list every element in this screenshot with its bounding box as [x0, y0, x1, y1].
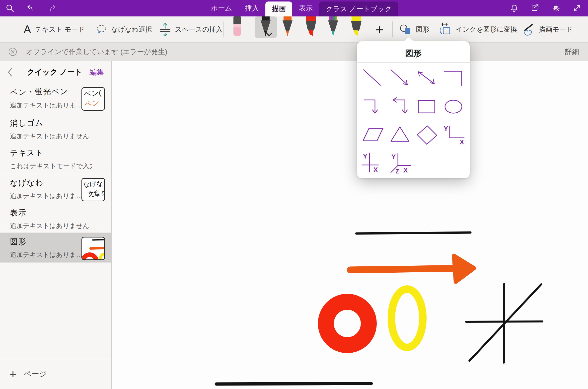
ink-to-shape-button[interactable]: インクを図形に変換 [438, 16, 517, 42]
shapes-button[interactable]: 図形 [399, 16, 429, 42]
plus-icon: + [9, 367, 16, 381]
page-thumbnail [81, 237, 105, 260]
svg-text:文章を: 文章を [87, 189, 104, 198]
tab-view[interactable]: 表示 [292, 0, 319, 16]
page-subtitle: これはテキストモードで入力し… [10, 162, 92, 170]
eraser-tool[interactable] [230, 16, 244, 38]
pen-galaxy-tool[interactable] [326, 16, 340, 38]
svg-text:Y: Y [363, 153, 367, 160]
banner-details-button[interactable]: 詳細 [565, 47, 579, 57]
highlighter-yellow-tool[interactable] [349, 16, 363, 38]
insert-space-label: スペースの挿入 [175, 25, 223, 34]
note-canvas[interactable] [112, 61, 588, 389]
lasso-label: なげなわ選択 [111, 25, 152, 34]
draw-mode-button[interactable]: 描画モード [521, 16, 573, 42]
topbar-right-icons [510, 0, 582, 16]
svg-text:X: X [373, 166, 378, 173]
pages-sidebar: クイック ノート 編集 ペン・蛍光ペン 追加テキストはありま… ペン( ペン 消… [0, 61, 112, 389]
page-subtitle: 追加テキストはありま… [10, 101, 92, 110]
settings-icon[interactable] [552, 4, 561, 13]
svg-text:ペン(: ペン( [83, 88, 102, 98]
shape-axis-xyz[interactable]: Y X Z [386, 149, 413, 177]
shapes-popup: 図形 [357, 41, 470, 178]
page-item-pen-highlighter[interactable]: ペン・蛍光ペン 追加テキストはありま… ペン( ペン [0, 83, 111, 114]
back-chevron-icon[interactable] [7, 68, 12, 77]
insert-space-icon [159, 22, 171, 37]
shape-arrow-diagonal[interactable] [386, 64, 413, 92]
svg-text:X: X [403, 166, 408, 174]
shape-cell-empty [440, 149, 467, 177]
page-item-eraser[interactable]: 消しゴム 追加テキストはありません [0, 114, 111, 144]
add-page-label: ページ [24, 369, 47, 379]
error-circle-x-icon [8, 47, 17, 57]
svg-text:ペン: ペン [84, 98, 100, 108]
sidebar-header: クイック ノート 編集 [0, 61, 111, 83]
shape-diamond[interactable] [413, 120, 440, 149]
page-item-view[interactable]: 表示 追加テキストはありません [0, 204, 111, 233]
fullscreen-icon[interactable] [573, 4, 582, 13]
text-mode-icon: A [24, 23, 31, 36]
shapes-label: 図形 [416, 25, 429, 34]
shape-cell-empty [413, 149, 440, 177]
tab-home[interactable]: ホーム [204, 0, 238, 16]
offline-message: オフラインで作業しています (エラーが発生) [26, 47, 167, 57]
tab-class-notebook[interactable]: クラス ノートブック [319, 1, 398, 16]
svg-text:Y: Y [391, 153, 396, 160]
ink-to-shape-icon [438, 22, 452, 36]
shape-elbow-arrow-left-down[interactable] [386, 92, 413, 121]
pen-options-chevron-down-icon[interactable] [266, 32, 273, 37]
shape-axis-xy[interactable]: Y X [440, 120, 467, 149]
svg-text:Y: Y [444, 125, 448, 132]
svg-text:Z: Z [395, 167, 399, 174]
insert-space-button[interactable]: スペースの挿入 [159, 16, 223, 42]
shape-arrow-double-diagonal[interactable] [413, 64, 440, 92]
tab-insert[interactable]: 挿入 [238, 0, 265, 16]
text-mode-button[interactable]: A テキスト モード [24, 16, 85, 42]
shape-parallelogram[interactable] [360, 120, 386, 149]
pen-orange-tool[interactable] [281, 16, 294, 38]
ink-to-shape-label: インクを図形に変換 [456, 25, 517, 34]
highlighter-red-tool[interactable] [304, 16, 318, 38]
page-title: 消しゴム [10, 116, 112, 129]
edit-button[interactable]: 編集 [89, 67, 104, 77]
page-item-shapes[interactable]: 図形 追加テキストはありま… [0, 233, 111, 263]
redo-icon[interactable] [47, 4, 56, 13]
svg-text:なげな: なげな [83, 180, 103, 188]
popup-title: 図形 [357, 41, 470, 59]
svg-text:X: X [460, 138, 464, 146]
offline-banner: オフラインで作業しています (エラーが発生) 詳細 [0, 42, 588, 61]
page-item-lasso[interactable]: なげなわ 追加テキストはありま… なげな 文章を [0, 174, 111, 204]
top-app-bar: ホーム 挿入 描画 表示 クラス ノートブック [0, 0, 588, 16]
page-thumbnail: なげな 文章を [81, 178, 105, 201]
page-title: テキスト [10, 146, 112, 158]
topbar-left-icons [5, 0, 56, 16]
undo-icon[interactable] [26, 4, 35, 13]
shape-line-diagonal[interactable] [360, 64, 386, 92]
page-item-text[interactable]: テキスト これはテキストモードで入力し… [0, 144, 111, 174]
draw-mode-label: 描画モード [539, 25, 573, 34]
page-subtitle: 追加テキストはありま… [10, 192, 92, 200]
shape-elbow-arrow-down[interactable] [360, 92, 386, 121]
search-icon[interactable] [5, 4, 14, 13]
share-icon[interactable] [531, 4, 540, 13]
page-thumbnail: ペン( ペン [81, 87, 105, 111]
page-title: 表示 [10, 206, 112, 218]
lasso-select-button[interactable]: なげなわ選択 [96, 16, 152, 42]
shape-rectangle[interactable] [413, 92, 440, 121]
shape-ellipse[interactable] [440, 92, 467, 121]
add-pen-button[interactable]: + [373, 19, 387, 40]
shapes-icon [399, 23, 412, 35]
page-subtitle: 追加テキストはありま… [10, 250, 92, 259]
shape-elbow-corner[interactable] [440, 64, 467, 92]
shape-axis-xy-cross[interactable]: Y X [360, 149, 386, 177]
shape-grid: Y X Y X Y X Z [360, 64, 467, 176]
notifications-icon[interactable] [510, 4, 519, 13]
draw-ribbon: A テキスト モード なげなわ選択 スペースの挿入 [0, 16, 588, 43]
tab-draw[interactable]: 描画 [265, 1, 292, 16]
page-subtitle: 追加テキストはありません [10, 132, 92, 141]
add-page-button[interactable]: + ページ [0, 359, 111, 389]
shape-triangle[interactable] [386, 120, 413, 149]
page-subtitle: 追加テキストはありません [10, 222, 92, 230]
lasso-icon [96, 24, 107, 35]
draw-mode-icon [521, 23, 535, 36]
